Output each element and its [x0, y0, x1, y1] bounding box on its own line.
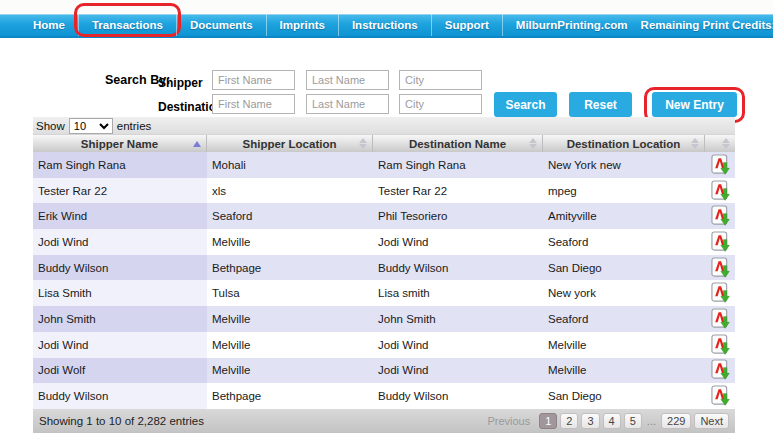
- page-button-3[interactable]: 3: [581, 413, 599, 429]
- cell-destination-location: Amityville: [543, 203, 705, 229]
- page-button-1[interactable]: 1: [539, 413, 557, 429]
- cell-shipper-name: Lisa Smith: [33, 280, 207, 306]
- pagination: Previous12345...229Next: [481, 413, 729, 429]
- cell-destination-name: Buddy Wilson: [373, 383, 543, 409]
- showing-entries-info: Showing 1 to 10 of 2,282 entries: [39, 415, 204, 427]
- reset-button[interactable]: Reset: [569, 92, 632, 117]
- transactions-page: HomeTransactionsDocumentsImprintsInstruc…: [0, 0, 773, 448]
- page-button--: ...: [645, 413, 658, 429]
- cell-pdf: [705, 203, 735, 229]
- shipper-first-name-input[interactable]: [212, 70, 295, 90]
- nav-right: Remaining Print Credits: 4480 Add More: [641, 19, 773, 31]
- cell-destination-name: Buddy Wilson: [373, 255, 543, 281]
- cell-shipper-name: Buddy Wilson: [33, 383, 207, 409]
- cell-shipper-name: Jodi Wind: [33, 332, 207, 358]
- sort-both-icon: [529, 138, 537, 150]
- cell-shipper-location: Mohali: [207, 152, 373, 178]
- pdf-download-icon[interactable]: [711, 205, 730, 227]
- cell-shipper-location: Bethpage: [207, 383, 373, 409]
- cell-pdf: [705, 229, 735, 255]
- cell-pdf: [705, 306, 735, 332]
- cell-destination-name: Lisa smith: [373, 280, 543, 306]
- shipper-row-label: Shipper: [158, 76, 203, 90]
- table-header-row: Shipper Name Shipper Location Destinatio…: [33, 134, 735, 152]
- transactions-table: Show 10 entries Shipper Name Shipper Loc…: [33, 117, 735, 433]
- new-entry-button[interactable]: New Entry: [652, 92, 737, 117]
- cell-shipper-location: Tulsa: [207, 280, 373, 306]
- nav-item-transactions[interactable]: Transactions: [78, 14, 176, 36]
- pdf-download-icon[interactable]: [711, 154, 730, 176]
- cell-shipper-location: Bethpage: [207, 255, 373, 281]
- pdf-download-icon[interactable]: [711, 334, 730, 356]
- pdf-download-icon[interactable]: [711, 231, 730, 253]
- sort-both-icon: [359, 138, 367, 150]
- cell-shipper-name: Jodi Wolf: [33, 358, 207, 384]
- cell-shipper-location: xls: [207, 178, 373, 204]
- table-row: Ram Singh Rana Mohali Ram Singh Rana New…: [33, 152, 735, 178]
- cell-destination-name: Jodi Wind: [373, 229, 543, 255]
- cell-shipper-location: Melville: [207, 306, 373, 332]
- pdf-download-icon[interactable]: [711, 308, 730, 330]
- nav-item-milburnprinting-com[interactable]: MilburnPrinting.com: [502, 14, 641, 36]
- column-header-pdf[interactable]: [705, 135, 735, 152]
- cell-destination-name: Jodi Wind: [373, 332, 543, 358]
- table-row: Buddy Wilson Bethpage Buddy Wilson San D…: [33, 383, 735, 409]
- entries-label: entries: [117, 120, 152, 132]
- new-entry-wrap: New Entry: [652, 92, 737, 117]
- cell-pdf: [705, 383, 735, 409]
- nav-item-documents[interactable]: Documents: [176, 14, 266, 36]
- cell-pdf: [705, 332, 735, 358]
- pdf-download-icon[interactable]: [711, 180, 730, 202]
- page-button-5[interactable]: 5: [624, 413, 642, 429]
- cell-destination-location: New york: [543, 280, 705, 306]
- table-body: Ram Singh Rana Mohali Ram Singh Rana New…: [33, 152, 735, 409]
- cell-shipper-location: Seaford: [207, 203, 373, 229]
- shipper-city-input[interactable]: [399, 70, 482, 90]
- cell-destination-location: San Diego: [543, 383, 705, 409]
- page-button-4[interactable]: 4: [603, 413, 621, 429]
- column-header-shipper-name[interactable]: Shipper Name: [33, 135, 207, 152]
- page-button-2[interactable]: 2: [560, 413, 578, 429]
- pdf-download-icon[interactable]: [711, 359, 730, 381]
- pdf-download-icon[interactable]: [711, 282, 730, 304]
- page-size-select[interactable]: 10: [69, 118, 113, 134]
- destination-city-input[interactable]: [399, 94, 482, 114]
- column-header-destination-location[interactable]: Destination Location: [543, 135, 705, 152]
- pdf-download-icon[interactable]: [711, 257, 730, 279]
- table-row: John Smith Melville John Smith Seaford: [33, 306, 735, 332]
- nav-item-imprints[interactable]: Imprints: [266, 14, 338, 36]
- shipper-last-name-input[interactable]: [306, 70, 389, 90]
- cell-destination-location: mpeg: [543, 178, 705, 204]
- sort-both-icon: [722, 138, 730, 150]
- cell-shipper-name: Erik Wind: [33, 203, 207, 229]
- table-row: Tester Rar 22 xls Tester Rar 22 mpeg: [33, 178, 735, 204]
- column-header-shipper-location[interactable]: Shipper Location: [207, 135, 373, 152]
- show-label: Show: [36, 120, 65, 132]
- nav-item-support[interactable]: Support: [431, 14, 502, 36]
- nav-item-instructions[interactable]: Instructions: [338, 14, 431, 36]
- sort-both-icon: [691, 138, 699, 150]
- pdf-download-icon[interactable]: [711, 385, 730, 407]
- sort-ascending-icon: [193, 141, 201, 147]
- cell-shipper-location: Melville: [207, 332, 373, 358]
- cell-shipper-name: Ram Singh Rana: [33, 152, 207, 178]
- cell-pdf: [705, 255, 735, 281]
- table-footer: Showing 1 to 10 of 2,282 entries Previou…: [33, 409, 735, 433]
- table-row: Jodi Wolf Melville Jodi Wind Melville: [33, 358, 735, 384]
- page-button-previous: Previous: [481, 413, 536, 429]
- cell-destination-name: Jodi Wind: [373, 358, 543, 384]
- destination-last-name-input[interactable]: [306, 94, 389, 114]
- cell-destination-location: San Diego: [543, 255, 705, 281]
- page-button-next[interactable]: Next: [694, 413, 729, 429]
- cell-shipper-name: Buddy Wilson: [33, 255, 207, 281]
- column-header-destination-name[interactable]: Destination Name: [373, 135, 543, 152]
- table-row: Jodi Wind Melville Jodi Wind Melville: [33, 332, 735, 358]
- nav-items: HomeTransactionsDocumentsImprintsInstruc…: [0, 14, 641, 36]
- cell-destination-name: Ram Singh Rana: [373, 152, 543, 178]
- page-top-strip: [0, 0, 773, 14]
- destination-first-name-input[interactable]: [212, 94, 295, 114]
- page-button-229[interactable]: 229: [661, 413, 691, 429]
- table-row: Buddy Wilson Bethpage Buddy Wilson San D…: [33, 255, 735, 281]
- search-button[interactable]: Search: [494, 92, 557, 117]
- nav-item-home[interactable]: Home: [20, 14, 78, 36]
